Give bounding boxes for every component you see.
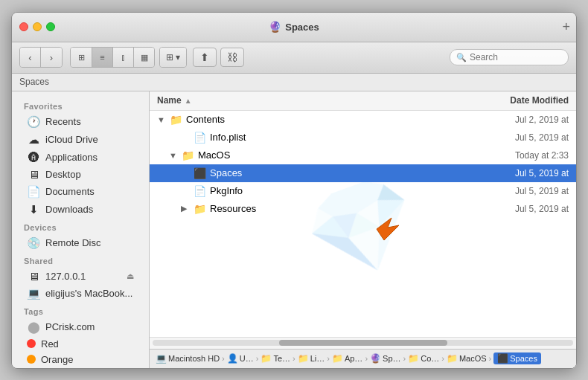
table-row[interactable]: 📄 PkgInfo Jul 5, 2019 at xyxy=(150,182,576,200)
icloud-icon: ☁ xyxy=(27,133,40,146)
breadcrumb-footer: 💻 Macintosh HD › 👤 U… › 📁 Te… › 📁 Li… xyxy=(150,349,576,368)
bc-ap[interactable]: 📁 Ap… xyxy=(332,353,362,364)
file-date: Jul 5, 2019 at xyxy=(450,186,569,196)
gallery-view-button[interactable]: ▦ xyxy=(133,48,154,67)
arrange-button[interactable]: ⊞ ▾ xyxy=(160,48,186,67)
orange-tag-dot xyxy=(27,355,36,364)
bc-user[interactable]: 👤 U… xyxy=(227,353,254,364)
add-tab-button[interactable]: + xyxy=(562,19,570,35)
bc-li-label: Li… xyxy=(310,354,325,363)
sidebar-item-tag-red[interactable]: Red xyxy=(15,336,146,352)
sidebar-item-icloud[interactable]: ☁ iCloud Drive xyxy=(15,131,146,149)
toolbar: ‹ › ⊞ ≡ ⫿ ▦ ⊞ ▾ ⬆ ⛓ 🔍 xyxy=(12,42,576,74)
file-name-area: ⬛ Spaces xyxy=(181,167,450,179)
sidebar-item-documents[interactable]: 📄 Documents xyxy=(15,183,146,201)
file-name: MacOS xyxy=(198,149,230,161)
arrange-dropdown-icon: ▾ xyxy=(176,52,180,62)
action-buttons: ⬆ ⛓ xyxy=(193,48,244,67)
file-name: Spaces xyxy=(210,167,242,178)
bc-sep: › xyxy=(222,354,225,363)
list-view-button[interactable]: ≡ xyxy=(92,48,112,67)
table-row[interactable]: ▶ 📁 Resources Jul 5, 2019 at xyxy=(150,200,576,218)
downloads-icon: ⬇ xyxy=(27,203,40,216)
sidebar-item-recents[interactable]: 🕐 Recents xyxy=(15,113,146,131)
sidebar-item-downloads[interactable]: ⬇ Downloads xyxy=(15,201,146,219)
file-date: Jul 5, 2019 at xyxy=(450,168,569,178)
expand-arrow[interactable]: ▼ xyxy=(157,115,166,124)
file-name-area: ▼ 📁 Contents xyxy=(157,114,450,126)
table-row[interactable]: ▼ 📁 Contents Jul 2, 2019 at xyxy=(150,111,576,129)
file-name-area: ▶ 📁 Resources xyxy=(181,203,450,215)
sidebar-item-shared-1[interactable]: 🖥 127.0.0.1 ⏏ xyxy=(15,268,146,285)
bc-spaces-icon: ⬛ xyxy=(497,353,508,364)
bc-co-label: Co… xyxy=(421,354,439,363)
sidebar-item-remote-disc-label: Remote Disc xyxy=(45,237,100,248)
table-row[interactable]: 📄 Info.plist Jul 5, 2019 at xyxy=(150,129,576,146)
bc-sep: › xyxy=(327,354,330,363)
bc-te[interactable]: 📁 Te… xyxy=(261,353,290,364)
favorites-label: Favorites xyxy=(12,97,149,113)
sidebar-item-applications[interactable]: 🅐 Applications xyxy=(15,149,146,166)
sidebar-item-desktop[interactable]: 🖥 Desktop xyxy=(15,166,146,183)
minimize-button[interactable] xyxy=(33,22,42,31)
bc-macos-icon: 📁 xyxy=(447,353,458,364)
window-title: 🔮 Spaces xyxy=(269,21,319,33)
bc-li[interactable]: 📁 Li… xyxy=(298,353,325,364)
shared-label: Shared xyxy=(12,252,149,268)
expand-arrow[interactable]: ▶ xyxy=(181,204,190,213)
file-name: Info.plist xyxy=(210,132,246,143)
sidebar-item-tag-orange[interactable]: Orange xyxy=(15,352,146,367)
file-name-area: ▼ 📁 MacOS xyxy=(169,149,450,161)
bc-macintosh[interactable]: 💻 Macintosh HD xyxy=(156,353,220,364)
search-icon: 🔍 xyxy=(456,53,467,62)
bc-spaces[interactable]: ⬛ Spaces xyxy=(493,352,541,364)
file-icon: 📄 xyxy=(194,185,206,197)
forward-button[interactable]: › xyxy=(41,48,62,67)
bc-te-icon: 📁 xyxy=(261,353,272,364)
file-date: Jul 5, 2019 at xyxy=(450,132,569,143)
bc-li-icon: 📁 xyxy=(298,353,309,364)
red-tag-dot xyxy=(27,339,36,348)
bc-macos-label: MacOS xyxy=(459,354,487,363)
bc-spaces-label: Spaces xyxy=(510,354,537,363)
expand-arrow[interactable]: ▼ xyxy=(169,151,178,160)
bc-co[interactable]: 📁 Co… xyxy=(408,353,439,364)
horizontal-scrollbar[interactable] xyxy=(153,340,573,346)
sidebar-item-tag-pcrisk-label: PCrisk.com xyxy=(45,321,95,332)
file-date: Jul 5, 2019 at xyxy=(450,204,569,214)
sidebar-item-tag-pcrisk[interactable]: ⬤ PCrisk.com xyxy=(15,318,146,336)
folder-icon: 📁 xyxy=(194,203,206,215)
sidebar-item-remote-disc[interactable]: 💿 Remote Disc xyxy=(15,234,146,252)
view-buttons: ⊞ ≡ ⫿ ▦ xyxy=(70,47,155,68)
window-title-icon: 🔮 xyxy=(269,21,281,33)
breadcrumb-header-text: Spaces xyxy=(19,77,49,87)
remote-disc-icon: 💿 xyxy=(27,236,40,250)
date-column-header[interactable]: Date Modified xyxy=(450,95,569,106)
link-button[interactable]: ⛓ xyxy=(220,48,244,67)
bc-sp-icon: 🔮 xyxy=(370,353,381,364)
sidebar-item-recents-label: Recents xyxy=(45,116,81,127)
table-row[interactable]: ⬛ Spaces Jul 5, 2019 at xyxy=(150,164,576,182)
bc-ap-label: Ap… xyxy=(345,354,362,363)
bc-sp[interactable]: 🔮 Sp… xyxy=(370,353,400,364)
bc-macos[interactable]: 📁 MacOS xyxy=(447,353,487,364)
bc-te-label: Te… xyxy=(273,354,290,363)
table-row[interactable]: ▼ 📁 MacOS Today at 2:33 xyxy=(150,146,576,164)
bc-macintosh-icon: 💻 xyxy=(156,353,167,364)
maximize-button[interactable] xyxy=(46,22,55,31)
search-box[interactable]: 🔍 xyxy=(450,49,569,65)
scrollbar-thumb[interactable] xyxy=(279,340,447,346)
icon-view-button[interactable]: ⊞ xyxy=(71,48,92,67)
name-column-header[interactable]: Name ▲ xyxy=(157,95,450,106)
bc-sep: › xyxy=(403,354,406,363)
sidebar-item-shared-2[interactable]: 💻 eligijus's MacBook... xyxy=(15,285,146,303)
search-input[interactable] xyxy=(470,52,562,62)
back-button[interactable]: ‹ xyxy=(20,48,41,67)
share-button[interactable]: ⬆ xyxy=(193,48,217,67)
bc-sep: › xyxy=(489,354,492,363)
column-view-button[interactable]: ⫿ xyxy=(112,48,133,67)
close-button[interactable] xyxy=(19,22,28,31)
sidebar: Favorites 🕐 Recents ☁ iCloud Drive 🅐 App… xyxy=(12,91,150,368)
nav-buttons: ‹ › xyxy=(19,47,63,68)
folder-icon: 📁 xyxy=(170,114,182,126)
